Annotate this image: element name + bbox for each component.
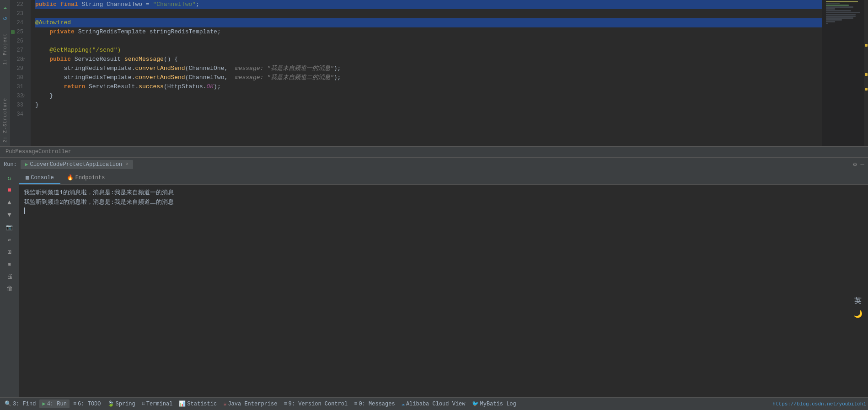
code-line-23 (35, 9, 822, 18)
status-bar: 🔍 3: Find ▶ 4: Run ≡ 6: TODO 🍃 Spring ⌗ … (0, 397, 868, 410)
line-34: 34 (10, 110, 27, 119)
bottom-right-controls: 英 🌙 (853, 296, 863, 319)
status-mybatis-log[interactable]: 🐦 MyBatis Log (469, 399, 519, 408)
console-main: ▦ Console 🔥 Endpoints 我监听到频道1的消息啦，消息是:我是… (19, 171, 868, 397)
find-label: 3: Find (13, 401, 36, 407)
java-enterprise-icon: ☕ (223, 400, 226, 407)
console-toolbar: ↻ ■ ▲ ▼ 📷 ⇌ ⊞ ⊞ 🖨 🗑 (0, 171, 19, 397)
status-messages[interactable]: ≡ 0: Messages (351, 400, 397, 408)
tab-endpoints[interactable]: 🔥 Endpoints (60, 172, 112, 184)
tab-console[interactable]: ▦ Console (19, 172, 60, 184)
green-mark-icon (11, 30, 15, 34)
code-line-22: public final String ChannelTwo = "Channe… (35, 0, 822, 9)
scroll-marker-1 (865, 44, 868, 47)
code-line-31: return ServiceResult.success(HttpStatus.… (35, 82, 822, 91)
stop-icon[interactable]: ■ (5, 185, 15, 195)
fold-icon-32[interactable]: ▽ (22, 93, 25, 100)
code-line-25: private StringRedisTemplate stringRedisT… (35, 27, 822, 37)
line-24: 24 (10, 18, 27, 27)
scroll-marker-3 (865, 88, 868, 91)
theme-icon[interactable]: 🌙 (853, 309, 863, 319)
sync-icon[interactable]: ↺ (3, 14, 7, 22)
console-cursor-line (24, 208, 863, 214)
todo-label: 6: TODO (78, 401, 101, 407)
file-name-bar: PubMessageController (0, 146, 868, 157)
console-line-2: 我监听到频道2的消息啦，消息是:我是来自频道二的消息 (24, 198, 863, 208)
alibaba-cloud-icon[interactable]: ☁ (3, 4, 6, 11)
project-label[interactable]: 1: Project (3, 31, 8, 67)
code-line-32: } (35, 91, 822, 101)
console-tab-label: Console (31, 175, 54, 181)
run-label: Run: (4, 161, 17, 168)
run-header-right: ⚙ — (853, 160, 864, 168)
statistic-label: Statistic (187, 401, 217, 407)
screenshot-icon[interactable]: 📷 (5, 222, 15, 232)
status-version-control[interactable]: ≡ 9: Version Control (281, 400, 350, 408)
status-spring[interactable]: 🍃 Spring (105, 399, 138, 408)
mybatis-log-icon: 🐦 (472, 400, 479, 407)
todo-icon: ≡ (73, 401, 76, 407)
line-29: 29 (10, 64, 27, 73)
line-27: 27 (10, 46, 27, 55)
code-line-30: stringRedisTemplate.convertAndSend(Chann… (35, 73, 822, 82)
line-26: 26 (10, 37, 27, 46)
line-22: 22 (10, 0, 27, 9)
endpoints-tab-icon: 🔥 (67, 174, 74, 181)
status-statistic[interactable]: 📊 Statistic (176, 399, 220, 408)
messages-icon: ≡ (354, 401, 357, 407)
code-editor[interactable]: public final String ChannelTwo = "Channe… (31, 0, 822, 146)
trash-icon[interactable]: 🗑 (5, 284, 15, 294)
structure-label[interactable]: 2: Z-Structure (3, 96, 8, 144)
status-find[interactable]: 🔍 3: Find (2, 399, 38, 408)
console-panel: ↻ ■ ▲ ▼ 📷 ⇌ ⊞ ⊞ 🖨 🗑 ▦ Console 🔥 Endpoint… (0, 171, 868, 397)
mybatis-log-label: MyBatis Log (480, 401, 516, 407)
console-line-1: 我监听到频道1的消息啦，消息是:我是来自频道一的消息 (24, 188, 863, 198)
version-control-icon: ≡ (284, 401, 287, 407)
print-icon[interactable]: 🖨 (5, 272, 15, 282)
code-line-24: @Autowired (35, 18, 822, 27)
line-32: 32 ▽ (10, 91, 27, 101)
status-right: https://blog.csdn.net/youbitch1 (772, 401, 866, 407)
status-java-enterprise[interactable]: ☕ Java Enterprise (220, 399, 280, 408)
restart-icon[interactable]: ↻ (5, 173, 15, 183)
code-line-28: public ServiceResult sendMessage() { (35, 55, 822, 64)
code-line-26 (35, 37, 822, 46)
line-23: 23 (10, 9, 27, 18)
run-tab[interactable]: ▶ CloverCodeProtectApplication × (21, 160, 133, 169)
status-todo[interactable]: ≡ 6: TODO (70, 400, 104, 408)
java-enterprise-label: Java Enterprise (228, 401, 277, 407)
file-name-label: PubMessageController (5, 149, 71, 155)
messages-label: 0: Messages (359, 401, 395, 407)
wrap-icon[interactable]: ⇌ (5, 234, 15, 245)
alibaba-cloud-view-label: Alibaba Cloud View (406, 401, 466, 407)
url-display[interactable]: https://blog.csdn.net/youbitch1 (772, 401, 866, 407)
fold-icon-28[interactable]: ▽ (22, 56, 25, 63)
console-output[interactable]: 我监听到频道1的消息啦，消息是:我是来自频道一的消息 我监听到频道2的消息啦，消… (19, 185, 868, 397)
lang-icon[interactable]: 英 (854, 296, 862, 306)
status-run[interactable]: ▶ 4: Run (39, 399, 69, 408)
run-status-label: 4: Run (47, 401, 67, 407)
line-25: 25 (10, 27, 27, 37)
run-tab-icon: ▶ (25, 161, 28, 167)
scroll-marker-2 (865, 73, 868, 76)
code-line-34 (35, 110, 822, 119)
alibaba-cloud-view-icon: ☁ (402, 400, 405, 407)
find-icon: 🔍 (5, 400, 11, 407)
cursor (24, 208, 25, 214)
status-terminal[interactable]: ⌗ Terminal (139, 400, 176, 408)
scroll-down-icon[interactable]: ▼ (5, 210, 15, 220)
run-tab-close-icon[interactable]: × (126, 162, 129, 167)
version-control-label: 9: Version Control (289, 401, 348, 407)
terminal-label: Terminal (146, 401, 173, 407)
minimize-icon[interactable]: — (861, 161, 864, 168)
filter-icon[interactable]: ⊞ (5, 259, 15, 269)
expand-icon[interactable]: ⊞ (5, 247, 15, 257)
status-alibaba-cloud-view[interactable]: ☁ Alibaba Cloud View (399, 399, 468, 408)
code-line-27: @GetMapping("/send") (35, 46, 822, 55)
line-28: 28 ▽ (10, 55, 27, 64)
code-line-29: stringRedisTemplate.convertAndSend(Chann… (35, 64, 822, 73)
scroll-up-icon[interactable]: ▲ (5, 197, 15, 208)
settings-icon[interactable]: ⚙ (853, 160, 857, 168)
run-status-icon: ▶ (42, 400, 45, 407)
run-tab-label: CloverCodeProtectApplication (30, 161, 122, 168)
